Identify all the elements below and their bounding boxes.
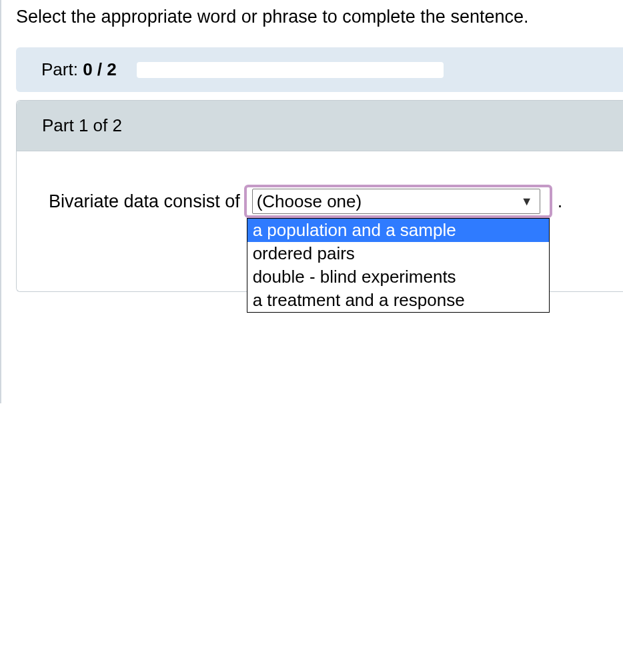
progress-total: 2 bbox=[107, 59, 116, 79]
answer-dropdown[interactable]: (Choose one) ▼ bbox=[244, 185, 552, 218]
dropdown-placeholder: (Choose one) bbox=[257, 191, 362, 212]
instruction-text: Select the appropriate word or phrase to… bbox=[1, 7, 623, 47]
sentence-row: Bivariate data consist of (Choose one) ▼… bbox=[49, 185, 623, 218]
progress-track bbox=[137, 62, 444, 78]
progress-section: Part: 0 / 2 bbox=[16, 47, 623, 92]
progress-prefix: Part: bbox=[41, 59, 83, 79]
progress-separator: / bbox=[93, 59, 107, 79]
part-body: Bivariate data consist of (Choose one) ▼… bbox=[17, 151, 623, 291]
dropdown-option[interactable]: a treatment and a response bbox=[247, 289, 549, 312]
dropdown-option[interactable]: ordered pairs bbox=[247, 242, 549, 265]
chevron-down-icon: ▼ bbox=[521, 195, 533, 209]
dropdown-option[interactable]: double - blind experiments bbox=[247, 265, 549, 289]
dropdown-options-list: a population and a sample ordered pairs … bbox=[247, 218, 550, 313]
progress-completed: 0 bbox=[83, 59, 92, 79]
progress-label: Part: 0 / 2 bbox=[41, 59, 117, 80]
part-header: Part 1 of 2 bbox=[17, 101, 623, 151]
dropdown-option[interactable]: a population and a sample bbox=[247, 219, 549, 242]
part-section: Part 1 of 2 Bivariate data consist of (C… bbox=[16, 100, 623, 292]
sentence-prefix: Bivariate data consist of bbox=[49, 191, 240, 212]
question-container: Select the appropriate word or phrase to… bbox=[0, 0, 623, 403]
sentence-trailing: . bbox=[558, 191, 563, 212]
dropdown-inner: (Choose one) ▼ bbox=[252, 189, 540, 214]
dropdown-wrapper: (Choose one) ▼ a population and a sample… bbox=[244, 185, 552, 218]
